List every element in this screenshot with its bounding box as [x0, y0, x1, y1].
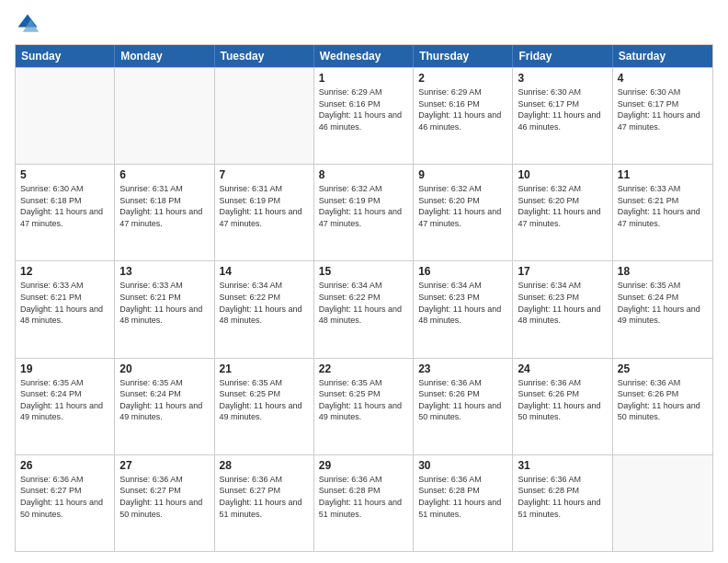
day-info: Sunrise: 6:35 AMSunset: 6:25 PMDaylight:… — [319, 377, 408, 423]
calendar-cell: 3Sunrise: 6:30 AMSunset: 6:17 PMDaylight… — [513, 68, 612, 164]
day-info: Sunrise: 6:32 AMSunset: 6:20 PMDaylight:… — [518, 183, 607, 229]
calendar-cell: 4Sunrise: 6:30 AMSunset: 6:17 PMDaylight… — [613, 68, 712, 164]
calendar-cell: 30Sunrise: 6:36 AMSunset: 6:28 PMDayligh… — [414, 455, 513, 551]
calendar-cell: 25Sunrise: 6:36 AMSunset: 6:26 PMDayligh… — [613, 359, 712, 454]
day-number: 23 — [418, 362, 507, 375]
day-number: 21 — [220, 362, 309, 375]
day-info: Sunrise: 6:36 AMSunset: 6:27 PMDaylight:… — [20, 474, 109, 520]
day-number: 2 — [418, 72, 507, 85]
day-info: Sunrise: 6:36 AMSunset: 6:26 PMDaylight:… — [618, 377, 708, 423]
calendar-cell: 7Sunrise: 6:31 AMSunset: 6:19 PMDaylight… — [215, 165, 314, 260]
calendar-cell: 5Sunrise: 6:30 AMSunset: 6:18 PMDaylight… — [16, 165, 115, 260]
day-number: 7 — [220, 168, 309, 181]
calendar-cell: 31Sunrise: 6:36 AMSunset: 6:28 PMDayligh… — [513, 455, 612, 551]
calendar-cell: 12Sunrise: 6:33 AMSunset: 6:21 PMDayligh… — [16, 261, 115, 357]
day-info: Sunrise: 6:34 AMSunset: 6:23 PMDaylight:… — [518, 280, 607, 326]
calendar-cell — [115, 68, 214, 164]
calendar-cell: 13Sunrise: 6:33 AMSunset: 6:21 PMDayligh… — [115, 261, 214, 357]
day-info: Sunrise: 6:33 AMSunset: 6:21 PMDaylight:… — [618, 183, 708, 229]
day-number: 5 — [20, 168, 109, 181]
calendar-cell: 20Sunrise: 6:35 AMSunset: 6:24 PMDayligh… — [115, 359, 214, 454]
calendar-cell: 2Sunrise: 6:29 AMSunset: 6:16 PMDaylight… — [414, 68, 513, 164]
day-number: 24 — [518, 362, 607, 375]
calendar-cell: 28Sunrise: 6:36 AMSunset: 6:27 PMDayligh… — [215, 455, 314, 551]
day-info: Sunrise: 6:35 AMSunset: 6:24 PMDaylight:… — [618, 280, 708, 326]
calendar-row-2: 12Sunrise: 6:33 AMSunset: 6:21 PMDayligh… — [16, 260, 712, 357]
day-info: Sunrise: 6:36 AMSunset: 6:26 PMDaylight:… — [418, 377, 507, 423]
calendar-cell — [215, 68, 314, 164]
header-cell-friday: Friday — [513, 45, 612, 67]
day-number: 27 — [119, 459, 209, 472]
day-number: 28 — [220, 459, 309, 472]
day-info: Sunrise: 6:34 AMSunset: 6:22 PMDaylight:… — [319, 280, 408, 326]
day-info: Sunrise: 6:36 AMSunset: 6:26 PMDaylight:… — [518, 377, 607, 423]
calendar-cell: 9Sunrise: 6:32 AMSunset: 6:20 PMDaylight… — [414, 165, 513, 260]
day-number: 26 — [20, 459, 109, 472]
day-number: 10 — [518, 168, 607, 181]
day-number: 6 — [119, 168, 209, 181]
day-number: 29 — [319, 459, 408, 472]
calendar-row-4: 26Sunrise: 6:36 AMSunset: 6:27 PMDayligh… — [16, 454, 712, 551]
day-info: Sunrise: 6:34 AMSunset: 6:23 PMDaylight:… — [418, 280, 507, 326]
day-info: Sunrise: 6:35 AMSunset: 6:24 PMDaylight:… — [119, 377, 209, 423]
calendar-cell: 24Sunrise: 6:36 AMSunset: 6:26 PMDayligh… — [513, 359, 612, 454]
day-number: 19 — [20, 362, 109, 375]
day-info: Sunrise: 6:30 AMSunset: 6:17 PMDaylight:… — [618, 86, 708, 132]
day-number: 9 — [418, 168, 507, 181]
calendar-cell: 15Sunrise: 6:34 AMSunset: 6:22 PMDayligh… — [314, 261, 414, 357]
day-info: Sunrise: 6:32 AMSunset: 6:20 PMDaylight:… — [418, 183, 507, 229]
day-info: Sunrise: 6:30 AMSunset: 6:17 PMDaylight:… — [518, 86, 607, 132]
calendar: SundayMondayTuesdayWednesdayThursdayFrid… — [15, 44, 713, 552]
calendar-cell: 22Sunrise: 6:35 AMSunset: 6:25 PMDayligh… — [314, 359, 414, 454]
header — [15, 11, 713, 37]
day-number: 25 — [618, 362, 708, 375]
header-cell-thursday: Thursday — [414, 45, 513, 67]
calendar-cell: 14Sunrise: 6:34 AMSunset: 6:22 PMDayligh… — [215, 261, 314, 357]
calendar-row-3: 19Sunrise: 6:35 AMSunset: 6:24 PMDayligh… — [16, 358, 712, 454]
day-number: 13 — [119, 265, 209, 278]
day-info: Sunrise: 6:33 AMSunset: 6:21 PMDaylight:… — [119, 280, 209, 326]
day-number: 22 — [319, 362, 408, 375]
day-info: Sunrise: 6:36 AMSunset: 6:28 PMDaylight:… — [518, 474, 607, 520]
day-number: 4 — [618, 72, 708, 85]
day-info: Sunrise: 6:34 AMSunset: 6:22 PMDaylight:… — [220, 280, 309, 326]
day-info: Sunrise: 6:35 AMSunset: 6:25 PMDaylight:… — [220, 377, 309, 423]
calendar-header-row: SundayMondayTuesdayWednesdayThursdayFrid… — [16, 45, 712, 67]
day-info: Sunrise: 6:30 AMSunset: 6:18 PMDaylight:… — [20, 183, 109, 229]
logo-icon — [15, 11, 40, 37]
day-number: 17 — [518, 265, 607, 278]
day-number: 14 — [220, 265, 309, 278]
calendar-cell: 6Sunrise: 6:31 AMSunset: 6:18 PMDaylight… — [115, 165, 214, 260]
day-number: 1 — [319, 72, 408, 85]
calendar-body: 1Sunrise: 6:29 AMSunset: 6:16 PMDaylight… — [16, 67, 712, 551]
calendar-cell: 17Sunrise: 6:34 AMSunset: 6:23 PMDayligh… — [513, 261, 612, 357]
day-number: 31 — [518, 459, 607, 472]
day-info: Sunrise: 6:33 AMSunset: 6:21 PMDaylight:… — [20, 280, 109, 326]
calendar-cell: 10Sunrise: 6:32 AMSunset: 6:20 PMDayligh… — [513, 165, 612, 260]
calendar-cell — [613, 455, 712, 551]
day-info: Sunrise: 6:29 AMSunset: 6:16 PMDaylight:… — [319, 86, 408, 132]
day-number: 18 — [618, 265, 708, 278]
day-number: 15 — [319, 265, 408, 278]
calendar-cell: 8Sunrise: 6:32 AMSunset: 6:19 PMDaylight… — [314, 165, 414, 260]
day-info: Sunrise: 6:36 AMSunset: 6:27 PMDaylight:… — [119, 474, 209, 520]
day-number: 16 — [418, 265, 507, 278]
day-info: Sunrise: 6:36 AMSunset: 6:27 PMDaylight:… — [220, 474, 309, 520]
calendar-cell: 19Sunrise: 6:35 AMSunset: 6:24 PMDayligh… — [16, 359, 115, 454]
calendar-cell: 21Sunrise: 6:35 AMSunset: 6:25 PMDayligh… — [215, 359, 314, 454]
day-info: Sunrise: 6:31 AMSunset: 6:19 PMDaylight:… — [220, 183, 309, 229]
day-info: Sunrise: 6:36 AMSunset: 6:28 PMDaylight:… — [319, 474, 408, 520]
logo — [15, 11, 44, 37]
calendar-cell: 18Sunrise: 6:35 AMSunset: 6:24 PMDayligh… — [613, 261, 712, 357]
day-number: 12 — [20, 265, 109, 278]
day-number: 8 — [319, 168, 408, 181]
header-cell-wednesday: Wednesday — [314, 45, 414, 67]
day-info: Sunrise: 6:36 AMSunset: 6:28 PMDaylight:… — [418, 474, 507, 520]
day-number: 20 — [119, 362, 209, 375]
day-info: Sunrise: 6:31 AMSunset: 6:18 PMDaylight:… — [119, 183, 209, 229]
calendar-cell: 23Sunrise: 6:36 AMSunset: 6:26 PMDayligh… — [414, 359, 513, 454]
header-cell-tuesday: Tuesday — [215, 45, 314, 67]
header-cell-saturday: Saturday — [613, 45, 712, 67]
calendar-cell: 26Sunrise: 6:36 AMSunset: 6:27 PMDayligh… — [16, 455, 115, 551]
day-number: 3 — [518, 72, 607, 85]
